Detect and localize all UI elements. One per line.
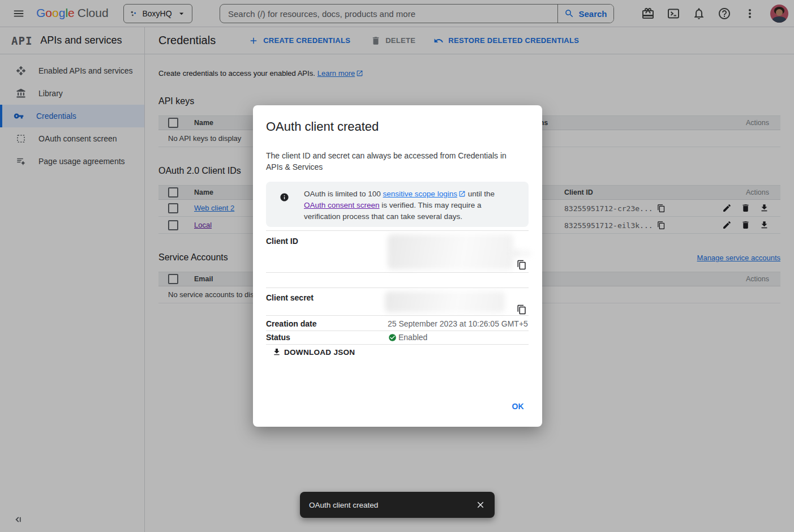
status-badge: Enabled	[388, 333, 427, 342]
close-icon[interactable]	[475, 500, 486, 510]
external-link-icon	[458, 190, 466, 198]
copy-client-secret-icon[interactable]	[517, 304, 527, 315]
download-icon	[272, 347, 281, 357]
dialog-title: OAuth client created	[266, 119, 379, 134]
notice-link1-label: sensitive scope logins	[383, 190, 457, 198]
sensitive-scope-logins-link[interactable]: sensitive scope logins	[383, 190, 466, 198]
oauth-consent-screen-link[interactable]: OAuth consent screen	[304, 201, 380, 209]
creation-date-label: Creation date	[266, 319, 316, 328]
check-circle-icon	[388, 333, 397, 342]
status-value: Enabled	[398, 333, 427, 342]
divider	[266, 315, 529, 316]
client-secret-redacted-value	[385, 291, 505, 312]
notice-pre: OAuth is limited to 100	[304, 190, 383, 198]
divider	[266, 331, 529, 331]
client-id-label: Client ID	[266, 237, 298, 246]
divider	[266, 288, 529, 288]
download-json-label: DOWNLOAD JSON	[284, 348, 355, 357]
client-id-redacted-value	[388, 234, 513, 269]
status-label: Status	[266, 333, 290, 342]
toast-message: OAuth client created	[309, 501, 475, 509]
creation-date-value: 25 September 2023 at 10:26:05 GMT+5	[388, 319, 528, 328]
divider	[266, 272, 529, 273]
copy-client-id-icon[interactable]	[517, 260, 527, 270]
notice-text: OAuth is limited to 100 sensitive scope …	[304, 188, 518, 222]
notice-box: OAuth is limited to 100 sensitive scope …	[266, 182, 529, 227]
client-secret-label: Client secret	[266, 293, 314, 302]
ok-button[interactable]: OK	[507, 398, 529, 414]
client-id-redacted-value	[512, 250, 530, 258]
oauth-client-created-dialog: OAuth client created The client ID and s…	[253, 105, 542, 427]
divider	[266, 344, 529, 345]
download-json-button[interactable]: DOWNLOAD JSON	[272, 347, 355, 357]
divider	[266, 230, 529, 231]
dialog-description: The client ID and secret can always be a…	[266, 150, 520, 173]
info-icon	[280, 192, 289, 202]
toast: OAuth client created	[300, 492, 495, 518]
notice-mid: until the	[466, 190, 495, 198]
